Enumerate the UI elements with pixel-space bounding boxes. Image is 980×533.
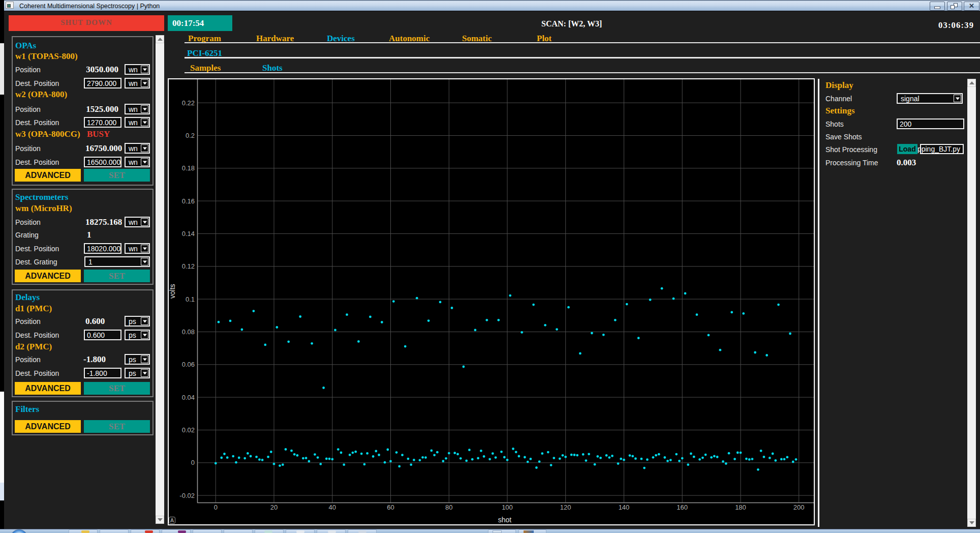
- svg-text:200: 200: [793, 504, 805, 511]
- svg-text:0.12: 0.12: [182, 262, 195, 270]
- svg-text:0: 0: [191, 459, 195, 466]
- svg-text:160: 160: [677, 504, 688, 511]
- svg-text:0.14: 0.14: [182, 230, 195, 238]
- svg-text:60: 60: [387, 504, 394, 511]
- svg-text:0.1: 0.1: [186, 295, 195, 303]
- svg-text:80: 80: [445, 504, 452, 511]
- svg-text:20: 20: [270, 504, 278, 511]
- svg-text:0: 0: [214, 504, 218, 511]
- svg-text:-0.02: -0.02: [179, 492, 195, 499]
- svg-text:180: 180: [735, 504, 746, 511]
- svg-text:0.02: 0.02: [182, 426, 195, 434]
- svg-text:100: 100: [502, 504, 513, 511]
- svg-text:0.08: 0.08: [182, 328, 195, 336]
- svg-text:0.18: 0.18: [182, 164, 195, 172]
- svg-text:0.06: 0.06: [182, 361, 195, 368]
- svg-text:40: 40: [329, 504, 336, 511]
- svg-text:0.16: 0.16: [182, 197, 195, 205]
- svg-text:0.2: 0.2: [186, 132, 195, 139]
- svg-text:0.22: 0.22: [182, 99, 195, 107]
- svg-text:140: 140: [619, 504, 630, 511]
- svg-text:120: 120: [560, 504, 571, 511]
- svg-text:0.04: 0.04: [182, 394, 195, 401]
